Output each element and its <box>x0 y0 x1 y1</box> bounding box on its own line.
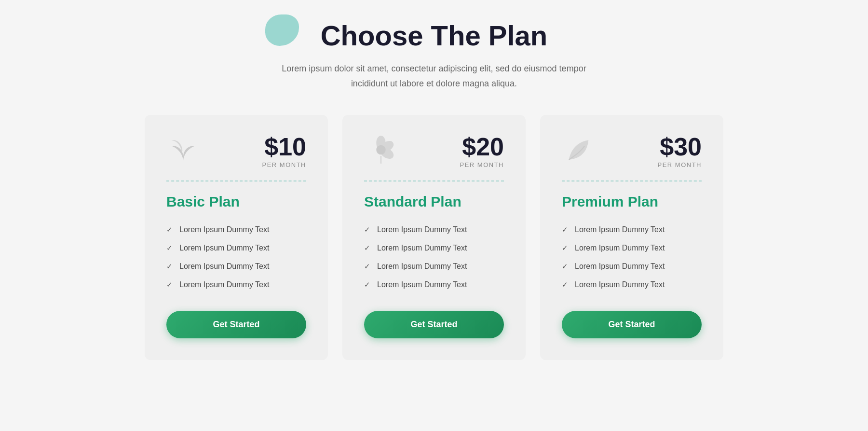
price-block-standard: $20 PER MONTH <box>460 134 504 168</box>
svg-point-3 <box>376 145 386 155</box>
list-item: ✓ Lorem Ipsum Dummy Text <box>364 257 504 276</box>
get-started-button-premium[interactable]: Get Started <box>562 311 702 338</box>
list-item: ✓ Lorem Ipsum Dummy Text <box>364 276 504 294</box>
plan-card-standard: $20 PER MONTH Standard Plan ✓ Lorem Ipsu… <box>342 115 526 360</box>
list-item: ✓ Lorem Ipsum Dummy Text <box>562 239 702 257</box>
check-icon: ✓ <box>364 225 370 234</box>
seedling-icon <box>166 134 200 166</box>
plan-header-basic: $10 PER MONTH <box>166 134 306 168</box>
plan-divider-standard <box>364 181 504 181</box>
plan-card-premium: $30 PER MONTH Premium Plan ✓ Lorem Ipsum… <box>540 115 723 360</box>
plans-container: $10 PER MONTH Basic Plan ✓ Lorem Ipsum D… <box>96 115 772 360</box>
leaf-icon <box>562 134 596 166</box>
price-amount-premium: $30 <box>658 134 702 159</box>
page-subtitle: Lorem ipsum dolor sit amet, consectetur … <box>277 61 591 91</box>
price-amount-basic: $10 <box>262 134 307 159</box>
price-block-premium: $30 PER MONTH <box>658 134 702 168</box>
title-wrapper: Choose The Plan <box>277 19 591 52</box>
header-section: Choose The Plan Lorem ipsum dolor sit am… <box>277 19 591 91</box>
check-icon: ✓ <box>166 225 173 234</box>
price-period-premium: PER MONTH <box>658 161 702 168</box>
price-period-basic: PER MONTH <box>262 161 307 168</box>
check-icon: ✓ <box>364 262 370 271</box>
list-item: ✓ Lorem Ipsum Dummy Text <box>364 239 504 257</box>
check-icon: ✓ <box>562 225 568 234</box>
plan-divider-premium <box>562 181 702 181</box>
check-icon: ✓ <box>364 280 370 289</box>
list-item: ✓ Lorem Ipsum Dummy Text <box>364 221 504 239</box>
get-started-button-basic[interactable]: Get Started <box>166 311 306 338</box>
list-item: ✓ Lorem Ipsum Dummy Text <box>562 221 702 239</box>
list-item: ✓ Lorem Ipsum Dummy Text <box>562 276 702 294</box>
price-block-basic: $10 PER MONTH <box>262 134 307 168</box>
check-icon: ✓ <box>166 262 173 271</box>
plan-card-basic: $10 PER MONTH Basic Plan ✓ Lorem Ipsum D… <box>145 115 328 360</box>
page-title: Choose The Plan <box>321 19 548 52</box>
check-icon: ✓ <box>166 244 173 252</box>
flower-icon <box>364 134 398 166</box>
price-period-standard: PER MONTH <box>460 161 504 168</box>
list-item: ✓ Lorem Ipsum Dummy Text <box>166 276 306 294</box>
list-item: ✓ Lorem Ipsum Dummy Text <box>562 257 702 276</box>
feature-list-standard: ✓ Lorem Ipsum Dummy Text ✓ Lorem Ipsum D… <box>364 221 504 294</box>
check-icon: ✓ <box>364 244 370 252</box>
check-icon: ✓ <box>562 280 568 289</box>
list-item: ✓ Lorem Ipsum Dummy Text <box>166 221 306 239</box>
title-blob-decoration <box>265 14 299 46</box>
plan-header-standard: $20 PER MONTH <box>364 134 504 168</box>
plan-name-standard: Standard Plan <box>364 194 504 210</box>
feature-list-premium: ✓ Lorem Ipsum Dummy Text ✓ Lorem Ipsum D… <box>562 221 702 294</box>
list-item: ✓ Lorem Ipsum Dummy Text <box>166 239 306 257</box>
plan-header-premium: $30 PER MONTH <box>562 134 702 168</box>
plan-divider-basic <box>166 181 306 181</box>
plan-name-basic: Basic Plan <box>166 194 306 210</box>
check-icon: ✓ <box>562 262 568 271</box>
plan-name-premium: Premium Plan <box>562 194 702 210</box>
check-icon: ✓ <box>166 280 173 289</box>
list-item: ✓ Lorem Ipsum Dummy Text <box>166 257 306 276</box>
feature-list-basic: ✓ Lorem Ipsum Dummy Text ✓ Lorem Ipsum D… <box>166 221 306 294</box>
check-icon: ✓ <box>562 244 568 252</box>
price-amount-standard: $20 <box>460 134 504 159</box>
get-started-button-standard[interactable]: Get Started <box>364 311 504 338</box>
